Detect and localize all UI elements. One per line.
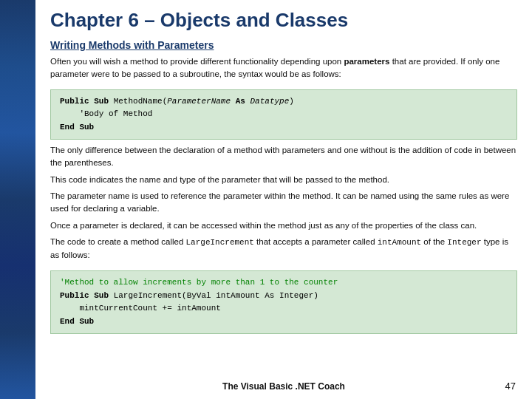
paragraph-6: The code to create a method called Large… [50, 236, 517, 262]
main-content: Chapter 6 – Objects and Classes Writing … [35, 0, 532, 399]
paragraph-2: The only difference between the declarat… [50, 144, 517, 168]
sidebar [0, 0, 35, 399]
footer: The Visual Basic .NET Coach [50, 378, 517, 392]
section-title: Writing Methods with Parameters [50, 39, 517, 51]
paragraph-5: Once a parameter is declared, it can be … [50, 219, 517, 232]
page-number: 47 [505, 381, 516, 392]
paragraph-1: Often you will wish a method to provide … [50, 55, 517, 80]
code-block-1: Public Sub MethodName(ParameterName As D… [50, 89, 517, 140]
code-block-2: 'Method to allow increments by more than… [50, 270, 517, 334]
chapter-title: Chapter 6 – Objects and Classes [50, 9, 517, 32]
paragraph-4: The parameter name is used to reference … [50, 190, 517, 214]
paragraph-3: This code indicates the name and type of… [50, 174, 517, 186]
